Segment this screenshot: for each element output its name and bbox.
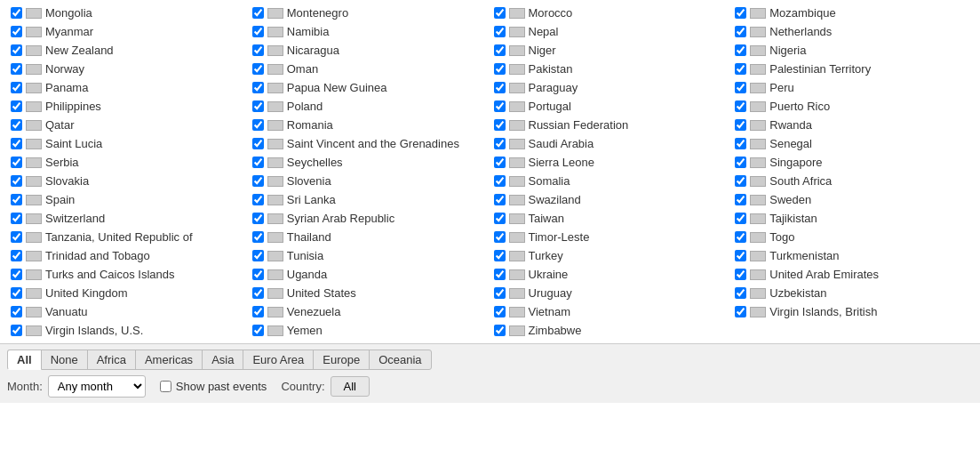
region-tab-euro-area[interactable]: Euro Area bbox=[243, 350, 314, 370]
country-checkbox[interactable] bbox=[735, 194, 746, 205]
region-tab-none[interactable]: None bbox=[41, 350, 88, 370]
country-checkbox[interactable] bbox=[735, 119, 746, 131]
country-checkbox[interactable] bbox=[735, 287, 746, 299]
country-checkbox[interactable] bbox=[11, 119, 22, 131]
country-name: Turks and Caicos Islands bbox=[45, 268, 174, 281]
country-item: Oman bbox=[249, 60, 490, 78]
country-checkbox[interactable] bbox=[735, 26, 746, 37]
country-item: Myanmar bbox=[7, 22, 249, 41]
country-checkbox[interactable] bbox=[11, 325, 22, 336]
month-select[interactable]: Any monthJanuaryFebruaryMarchAprilMayJun… bbox=[48, 375, 146, 398]
country-checkbox[interactable] bbox=[11, 213, 22, 224]
country-checkbox[interactable] bbox=[11, 44, 22, 56]
country-checkbox[interactable] bbox=[494, 157, 506, 168]
country-checkbox[interactable] bbox=[252, 44, 264, 56]
country-checkbox[interactable] bbox=[11, 82, 22, 93]
country-checkbox[interactable] bbox=[735, 231, 746, 243]
month-label: Month: bbox=[7, 380, 43, 393]
country-checkbox[interactable] bbox=[252, 287, 264, 299]
country-checkbox[interactable] bbox=[494, 231, 506, 243]
country-all-button[interactable]: All bbox=[331, 376, 370, 397]
country-checkbox[interactable] bbox=[11, 306, 22, 317]
region-tab-americas[interactable]: Americas bbox=[135, 350, 203, 370]
country-checkbox[interactable] bbox=[735, 175, 746, 187]
country-name: Sweden bbox=[769, 193, 811, 206]
country-checkbox[interactable] bbox=[11, 287, 22, 299]
country-checkbox[interactable] bbox=[494, 175, 506, 187]
country-checkbox[interactable] bbox=[735, 44, 746, 56]
country-checkbox[interactable] bbox=[11, 194, 22, 205]
country-checkbox[interactable] bbox=[494, 7, 506, 19]
country-checkbox[interactable] bbox=[494, 100, 506, 112]
country-checkbox[interactable] bbox=[11, 231, 22, 243]
show-past-events-checkbox[interactable] bbox=[160, 381, 171, 392]
country-checkbox[interactable] bbox=[735, 213, 746, 224]
country-checkbox[interactable] bbox=[494, 119, 506, 131]
country-checkbox[interactable] bbox=[735, 100, 746, 112]
country-name: Turkey bbox=[529, 249, 563, 262]
country-checkbox[interactable] bbox=[735, 157, 746, 168]
country-name: Norway bbox=[45, 62, 84, 76]
country-flag-icon bbox=[26, 27, 42, 37]
country-checkbox[interactable] bbox=[735, 269, 746, 280]
region-tab-asia[interactable]: Asia bbox=[202, 350, 243, 370]
country-flag-icon bbox=[267, 157, 283, 168]
country-item: Sri Lanka bbox=[249, 190, 490, 209]
country-flag-icon bbox=[750, 307, 766, 317]
country-checkbox[interactable] bbox=[252, 325, 264, 336]
country-checkbox[interactable] bbox=[494, 26, 506, 37]
country-checkbox[interactable] bbox=[735, 7, 746, 19]
region-tab-africa[interactable]: Africa bbox=[87, 350, 136, 370]
country-checkbox[interactable] bbox=[252, 231, 264, 243]
country-checkbox[interactable] bbox=[494, 82, 506, 93]
country-checkbox[interactable] bbox=[252, 26, 264, 37]
country-checkbox[interactable] bbox=[735, 306, 746, 317]
country-flag-icon bbox=[26, 139, 42, 149]
country-checkbox[interactable] bbox=[252, 100, 264, 112]
country-checkbox[interactable] bbox=[252, 306, 264, 317]
country-name: New Zealand bbox=[45, 44, 114, 57]
country-checkbox[interactable] bbox=[252, 82, 264, 93]
country-checkbox[interactable] bbox=[252, 269, 264, 280]
country-checkbox[interactable] bbox=[494, 63, 506, 75]
country-checkbox[interactable] bbox=[252, 213, 264, 224]
country-checkbox[interactable] bbox=[494, 138, 506, 149]
country-checkbox[interactable] bbox=[11, 269, 22, 280]
country-name: Nicaragua bbox=[287, 44, 339, 57]
country-checkbox[interactable] bbox=[735, 138, 746, 149]
country-checkbox[interactable] bbox=[252, 138, 264, 149]
country-checkbox[interactable] bbox=[11, 157, 22, 168]
country-checkbox[interactable] bbox=[735, 63, 746, 75]
country-checkbox[interactable] bbox=[11, 63, 22, 75]
country-checkbox[interactable] bbox=[252, 157, 264, 168]
country-checkbox[interactable] bbox=[11, 250, 22, 261]
country-checkbox[interactable] bbox=[252, 175, 264, 187]
country-checkbox[interactable] bbox=[735, 82, 746, 93]
country-name: Portugal bbox=[529, 100, 571, 113]
country-checkbox[interactable] bbox=[252, 194, 264, 205]
country-checkbox[interactable] bbox=[11, 26, 22, 37]
country-item: Pakistan bbox=[490, 60, 732, 78]
country-checkbox[interactable] bbox=[494, 44, 506, 56]
country-checkbox[interactable] bbox=[11, 7, 22, 19]
country-checkbox[interactable] bbox=[252, 7, 264, 19]
country-checkbox[interactable] bbox=[735, 250, 746, 261]
country-checkbox[interactable] bbox=[252, 250, 264, 261]
region-tab-oceania[interactable]: Oceania bbox=[369, 350, 431, 370]
country-checkbox[interactable] bbox=[11, 175, 22, 187]
country-checkbox[interactable] bbox=[494, 250, 506, 261]
country-checkbox[interactable] bbox=[252, 63, 264, 75]
filter-row: Month: Any monthJanuaryFebruaryMarchApri… bbox=[7, 375, 973, 398]
country-checkbox[interactable] bbox=[494, 269, 506, 280]
country-flag-icon bbox=[26, 307, 42, 317]
country-checkbox[interactable] bbox=[252, 119, 264, 131]
country-checkbox[interactable] bbox=[494, 325, 506, 336]
country-checkbox[interactable] bbox=[494, 213, 506, 224]
region-tab-europe[interactable]: Europe bbox=[313, 350, 370, 370]
country-checkbox[interactable] bbox=[494, 287, 506, 299]
country-checkbox[interactable] bbox=[11, 138, 22, 149]
country-checkbox[interactable] bbox=[494, 306, 506, 317]
country-checkbox[interactable] bbox=[494, 194, 506, 205]
region-tab-all[interactable]: All bbox=[7, 350, 42, 370]
country-checkbox[interactable] bbox=[11, 100, 22, 112]
